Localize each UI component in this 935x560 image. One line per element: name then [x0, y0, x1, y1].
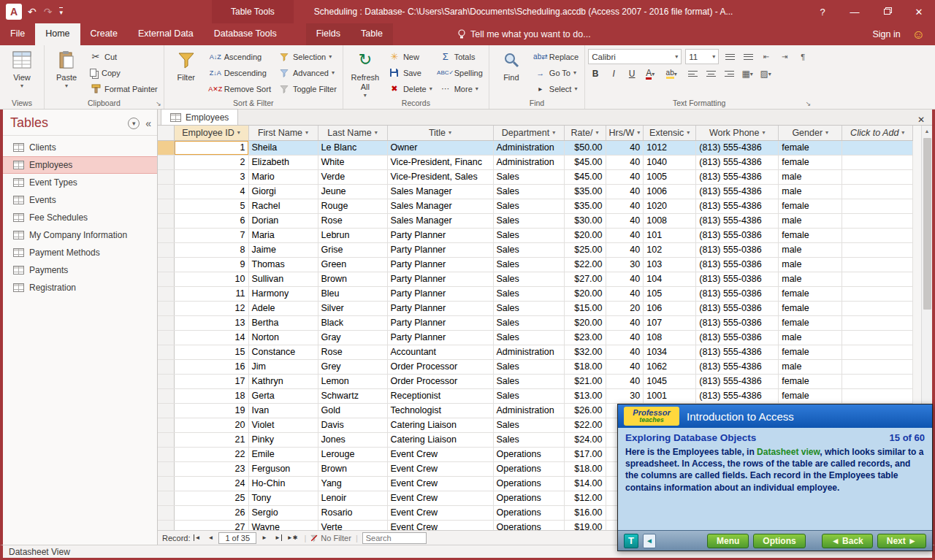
- cell-gender[interactable]: male: [779, 359, 842, 374]
- cell-first[interactable]: Rachel: [248, 199, 318, 213]
- cell-first[interactable]: Wayne: [248, 520, 318, 530]
- cell-last[interactable]: Lemon: [318, 374, 387, 388]
- cell-dept[interactable]: Sales: [493, 432, 564, 447]
- cell-click-to-add[interactable]: [842, 345, 913, 359]
- cell-last[interactable]: Verde: [318, 169, 387, 184]
- cell-click-to-add[interactable]: [842, 242, 913, 257]
- format-painter-button[interactable]: Format Painter: [87, 81, 161, 96]
- more-button[interactable]: ⋯More▾: [437, 81, 486, 96]
- cell-id[interactable]: 23: [174, 461, 248, 476]
- column-header-department[interactable]: Department▾: [493, 126, 564, 140]
- cell-ext[interactable]: 101: [644, 228, 696, 242]
- cell-first[interactable]: Thomas: [248, 257, 318, 272]
- cell-gender[interactable]: female: [779, 199, 842, 213]
- cell-last[interactable]: Lenoir: [318, 491, 387, 505]
- cell-hrs[interactable]: 40: [606, 286, 644, 301]
- cell-rate[interactable]: $12.00: [564, 491, 606, 505]
- cell-last[interactable]: Rosario: [318, 505, 387, 520]
- tab-home[interactable]: Home: [35, 23, 80, 45]
- increase-indent-button[interactable]: ⇥: [777, 50, 792, 64]
- cell-last[interactable]: White: [318, 155, 387, 169]
- cell-last[interactable]: Le Blanc: [318, 140, 387, 155]
- cell-phone[interactable]: (813) 555-4386: [696, 199, 779, 213]
- cell-click-to-add[interactable]: [842, 199, 913, 213]
- cell-id[interactable]: 9: [174, 257, 248, 272]
- cell-title[interactable]: Catering Liaison: [387, 432, 493, 447]
- sidebar-item-fee-schedules[interactable]: Fee Schedules: [3, 209, 157, 226]
- scroll-up-icon[interactable]: ▲: [922, 126, 932, 137]
- tell-me-box[interactable]: Tell me what you want to do...: [457, 23, 591, 45]
- cell-first[interactable]: Ho-Chin: [248, 476, 318, 491]
- column-header-hrs-w[interactable]: Hrs/W▾: [606, 126, 644, 140]
- cell-last[interactable]: Gold: [318, 403, 387, 418]
- cell-phone[interactable]: (813) 555-4386: [696, 388, 779, 403]
- cell-click-to-add[interactable]: [842, 272, 913, 286]
- cell-rate[interactable]: $13.00: [564, 388, 606, 403]
- minimize-button[interactable]: —: [839, 0, 871, 23]
- cell-phone[interactable]: (813) 555-4386: [696, 140, 779, 155]
- column-menu-icon[interactable]: ▾: [637, 129, 640, 136]
- cell-rate[interactable]: $17.00: [564, 447, 606, 461]
- cell-id[interactable]: 20: [174, 418, 248, 432]
- column-menu-icon[interactable]: ▾: [595, 129, 598, 136]
- tab-external-data[interactable]: External Data: [128, 23, 204, 45]
- cell-first[interactable]: Giorgi: [248, 184, 318, 199]
- cell-rate[interactable]: $24.00: [564, 432, 606, 447]
- cell-first[interactable]: Elizabeth: [248, 155, 318, 169]
- cell-ext[interactable]: 1006: [644, 184, 696, 199]
- cell-ext[interactable]: 1020: [644, 199, 696, 213]
- cell-last[interactable]: Black: [318, 315, 387, 330]
- column-header-extensic[interactable]: Extensic▾: [644, 126, 696, 140]
- cell-rate[interactable]: $50.00: [564, 140, 606, 155]
- cell-id[interactable]: 19: [174, 403, 248, 418]
- next-button[interactable]: Next ►: [877, 534, 926, 548]
- cell-click-to-add[interactable]: [842, 257, 913, 272]
- selection-button[interactable]: Selection▾: [275, 49, 340, 64]
- new-record-icon[interactable]: ►✱: [285, 534, 300, 541]
- close-object-icon[interactable]: ✕: [910, 115, 932, 125]
- cell-ext[interactable]: 103: [644, 257, 696, 272]
- cell-dept[interactable]: Operations: [493, 520, 564, 530]
- cell-hrs[interactable]: 30: [606, 257, 644, 272]
- cell-id[interactable]: 5: [174, 199, 248, 213]
- cell-hrs[interactable]: 40: [606, 315, 644, 330]
- scrollbar-thumb[interactable]: [923, 138, 931, 310]
- cell-hrs[interactable]: 40: [606, 359, 644, 374]
- cell-hrs[interactable]: 40: [606, 345, 644, 359]
- cell-click-to-add[interactable]: [842, 155, 913, 169]
- cell-gender[interactable]: female: [779, 140, 842, 155]
- cell-gender[interactable]: female: [779, 374, 842, 388]
- cell-title[interactable]: Party Planner: [387, 228, 493, 242]
- cell-id[interactable]: 26: [174, 505, 248, 520]
- align-center-button[interactable]: [703, 66, 718, 81]
- font-color-button[interactable]: A▾: [643, 66, 657, 81]
- totals-button[interactable]: ΣTotals: [437, 49, 486, 64]
- row-selector[interactable]: [158, 257, 174, 272]
- cell-rate[interactable]: $15.00: [564, 301, 606, 315]
- row-selector[interactable]: [158, 345, 174, 359]
- cell-first[interactable]: Gerta: [248, 388, 318, 403]
- cell-title[interactable]: Technologist: [387, 403, 493, 418]
- cell-last[interactable]: Brown: [318, 461, 387, 476]
- cell-gender[interactable]: female: [779, 228, 842, 242]
- cell-ext[interactable]: 1040: [644, 155, 696, 169]
- new-record-button[interactable]: ✳New: [386, 49, 435, 64]
- cell-id[interactable]: 1: [174, 140, 248, 155]
- row-selector[interactable]: [158, 140, 174, 155]
- cell-last[interactable]: Green: [318, 257, 387, 272]
- cell-dept[interactable]: Sales: [493, 242, 564, 257]
- cell-last[interactable]: Yang: [318, 476, 387, 491]
- sidebar-item-events[interactable]: Events: [3, 191, 157, 209]
- cell-dept[interactable]: Sales: [493, 359, 564, 374]
- view-button[interactable]: View ▾: [3, 47, 41, 90]
- cell-dept[interactable]: Sales: [493, 213, 564, 228]
- cell-last[interactable]: Bleu: [318, 286, 387, 301]
- cell-gender[interactable]: female: [779, 155, 842, 169]
- cell-id[interactable]: 17: [174, 374, 248, 388]
- bullets-button[interactable]: [722, 50, 737, 64]
- row-selector[interactable]: [158, 315, 174, 330]
- advanced-button[interactable]: Advanced▾: [275, 65, 340, 80]
- cell-dept[interactable]: Sales: [493, 199, 564, 213]
- cell-click-to-add[interactable]: [842, 213, 913, 228]
- cell-id[interactable]: 7: [174, 228, 248, 242]
